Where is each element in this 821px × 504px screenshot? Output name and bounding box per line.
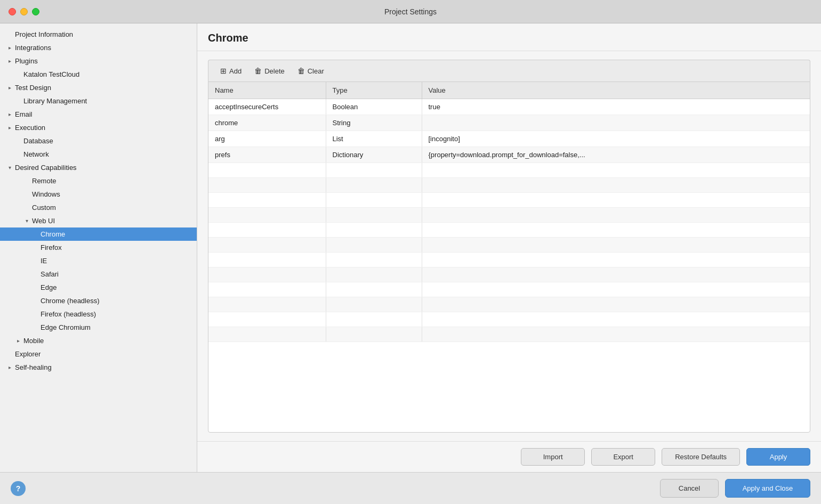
table-row[interactable]: prefsDictionary{property=download.prompt… [208, 147, 810, 163]
chevron-icon: ▸ [6, 58, 13, 64]
cell-type [326, 327, 422, 342]
table-row-empty[interactable] [208, 312, 810, 327]
sidebar-item-network[interactable]: Network [0, 148, 197, 161]
clear-button[interactable]: 🗑 Clear [292, 64, 329, 77]
sidebar-item-mobile[interactable]: ▸Mobile [0, 334, 197, 347]
restore-defaults-button[interactable]: Restore Defaults [662, 448, 740, 466]
cell-type [326, 282, 422, 297]
sidebar-item-test-design[interactable]: ▸Test Design [0, 81, 197, 94]
cell-name [208, 163, 326, 178]
sidebar-item-remote[interactable]: Remote [0, 174, 197, 188]
sidebar-item-library-management[interactable]: Library Management [0, 94, 197, 108]
add-icon: ⊞ [220, 67, 227, 75]
cell-name [208, 282, 326, 297]
sidebar-item-label: Explorer [15, 350, 41, 358]
cell-type [326, 223, 422, 238]
cell-value [422, 297, 810, 312]
traffic-lights [9, 8, 39, 15]
sidebar-item-chrome-headless[interactable]: Chrome (headless) [0, 294, 197, 307]
cell-type: String [326, 115, 422, 131]
cell-value [422, 115, 810, 131]
sidebar-item-web-ui[interactable]: ▾Web UI [0, 214, 197, 227]
export-button[interactable]: Export [591, 448, 655, 466]
cell-type [326, 208, 422, 223]
cell-type [326, 163, 422, 178]
sidebar-item-email[interactable]: ▸Email [0, 108, 197, 121]
chevron-icon: ▸ [6, 364, 13, 371]
title-bar: Project Settings [0, 0, 821, 23]
sidebar-item-label: IE [41, 257, 47, 265]
cell-name [208, 193, 326, 208]
table-row-empty[interactable] [208, 238, 810, 253]
sidebar-item-plugins[interactable]: ▸Plugins [0, 54, 197, 68]
sidebar-item-label: Chrome (headless) [41, 297, 100, 305]
capabilities-table: Name Type Value acceptInsecureCertsBoole… [208, 82, 810, 433]
sidebar-item-self-healing[interactable]: ▸Self-healing [0, 361, 197, 374]
sidebar-item-katalon-testcloud[interactable]: Katalon TestCloud [0, 68, 197, 81]
cell-value [422, 223, 810, 238]
cell-value [422, 282, 810, 297]
sidebar-item-safari[interactable]: Safari [0, 267, 197, 281]
minimize-button[interactable] [20, 8, 28, 15]
table-row-empty[interactable] [208, 267, 810, 282]
cell-name [208, 327, 326, 342]
col-header-value: Value [422, 82, 810, 99]
help-button[interactable]: ? [11, 481, 26, 496]
maximize-button[interactable] [32, 8, 39, 15]
apply-button[interactable]: Apply [746, 448, 810, 466]
sidebar-item-execution[interactable]: ▸Execution [0, 121, 197, 134]
table-row[interactable]: acceptInsecureCertsBooleantrue [208, 99, 810, 115]
delete-icon: 🗑 [254, 67, 262, 75]
table-row-empty[interactable] [208, 178, 810, 193]
import-button[interactable]: Import [521, 448, 585, 466]
col-header-type: Type [326, 82, 422, 99]
main-container: Project Information▸Integrations▸Plugins… [0, 23, 821, 472]
sidebar-item-edge-chromium[interactable]: Edge Chromium [0, 321, 197, 334]
table-row[interactable]: chromeString [208, 115, 810, 131]
chevron-icon: ▸ [6, 45, 13, 51]
add-button[interactable]: ⊞ Add [215, 64, 247, 77]
sidebar-item-label: Self-healing [15, 363, 52, 371]
table-row-empty[interactable] [208, 193, 810, 208]
clear-icon: 🗑 [297, 67, 305, 75]
sidebar-item-ie[interactable]: IE [0, 254, 197, 267]
delete-button[interactable]: 🗑 Delete [249, 64, 290, 77]
table-row-empty[interactable] [208, 282, 810, 297]
sidebar-item-label: Remote [32, 177, 57, 185]
sidebar-item-desired-capabilities[interactable]: ▾Desired Capabilities [0, 161, 197, 174]
sidebar-item-project-information[interactable]: Project Information [0, 28, 197, 41]
window-title: Project Settings [384, 7, 437, 16]
table-row[interactable]: argList[incognito] [208, 131, 810, 147]
table-row-empty[interactable] [208, 208, 810, 223]
cell-value [422, 208, 810, 223]
cell-name: prefs [208, 147, 326, 163]
cancel-button[interactable]: Cancel [660, 479, 719, 498]
cell-value: [incognito] [422, 131, 810, 147]
sidebar-item-database[interactable]: Database [0, 134, 197, 148]
sidebar: Project Information▸Integrations▸Plugins… [0, 23, 197, 472]
table-row-empty[interactable] [208, 223, 810, 238]
sidebar-item-explorer[interactable]: Explorer [0, 347, 197, 361]
sidebar-item-firefox[interactable]: Firefox [0, 241, 197, 254]
cell-type [326, 178, 422, 193]
table-row-empty[interactable] [208, 163, 810, 178]
sidebar-item-chrome[interactable]: Chrome [0, 227, 197, 241]
table-row-empty[interactable] [208, 297, 810, 312]
apply-and-close-button[interactable]: Apply and Close [725, 479, 810, 498]
chevron-icon: ▸ [6, 111, 13, 118]
sidebar-item-windows[interactable]: Windows [0, 188, 197, 201]
sidebar-item-custom[interactable]: Custom [0, 201, 197, 214]
data-table: Name Type Value acceptInsecureCertsBoole… [208, 82, 810, 342]
table-row-empty[interactable] [208, 327, 810, 342]
sidebar-item-label: Execution [15, 124, 45, 132]
sidebar-item-label: Edge [41, 283, 57, 291]
cell-value [422, 193, 810, 208]
bottom-buttons: Import Export Restore Defaults Apply [197, 441, 821, 472]
sidebar-item-firefox-headless[interactable]: Firefox (headless) [0, 307, 197, 321]
close-button[interactable] [9, 8, 16, 15]
cell-value [422, 327, 810, 342]
sidebar-item-edge[interactable]: Edge [0, 281, 197, 294]
cell-name [208, 297, 326, 312]
sidebar-item-integrations[interactable]: ▸Integrations [0, 41, 197, 54]
table-row-empty[interactable] [208, 253, 810, 267]
